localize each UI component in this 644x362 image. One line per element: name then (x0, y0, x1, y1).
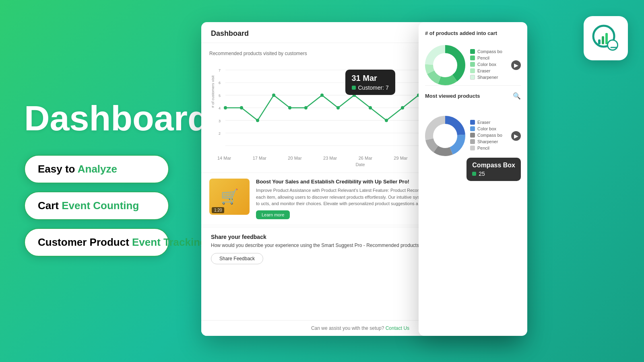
search-icon[interactable]: 🔍 (513, 92, 521, 100)
tooltip-customer: Customer: 7 (352, 84, 389, 91)
tooltip-date: 31 Mar (352, 74, 389, 83)
most-viewed-header: Most viewed products 🔍 (425, 92, 521, 100)
share-feedback-button[interactable]: Share Feedback (211, 253, 263, 264)
app-icon (584, 16, 628, 60)
svg-point-21 (336, 106, 340, 109)
svg-point-47 (608, 41, 617, 49)
promo-cart-icon: 🛒 (221, 188, 239, 205)
promo-play-badge: 1:20 (212, 207, 224, 213)
compass-dot (472, 172, 476, 176)
svg-rect-45 (605, 33, 608, 44)
most-viewed-pie-container: Eraser Color box Compass bo Sharpener Pe… (425, 112, 521, 160)
svg-point-24 (385, 119, 388, 122)
xaxis-label-6: 29 Mar (394, 156, 407, 160)
most-viewed-legend: Eraser Color box Compass bo Sharpener Pe… (470, 120, 502, 152)
chart-tooltip: 31 Mar Customer: 7 (345, 70, 395, 95)
svg-point-25 (401, 106, 404, 109)
tracking-prefix: Customer Product (38, 236, 132, 248)
legend-item-sharpener: Sharpener (470, 75, 502, 80)
most-viewed-title: Most viewed products (425, 93, 480, 99)
legend-item-pencil: Pencil (470, 56, 502, 60)
cart-legend: Compass bo Pencil Color box Eraser Sharp… (470, 49, 502, 81)
svg-text:7: 7 (219, 68, 221, 72)
footer-text: Can we assist you with the setup? (311, 325, 384, 331)
svg-point-18 (288, 106, 291, 109)
mv-legend-colorbox: Color box (470, 126, 502, 131)
compass-tooltip: Compass Box 25 (466, 158, 521, 181)
compass-tooltip-name: Compass Box (472, 162, 515, 169)
right-panel: # of products added into cart Compass bo… (419, 22, 527, 336)
feature-badge-tracking: Customer Product Event Tracking (24, 228, 169, 257)
compass-tooltip-count: 25 (472, 171, 515, 177)
svg-point-16 (256, 119, 259, 122)
dashboard-title: Dashboard (211, 29, 249, 37)
analyze-highlight: Analyze (78, 163, 117, 175)
mv-legend-sharpener: Sharpener (470, 139, 502, 144)
feature-badge-analyze: Easy to Analyze (24, 155, 169, 183)
svg-text:# of customers visit: # of customers visit (211, 75, 215, 108)
cart-pie-next-button[interactable]: ▶ (511, 60, 521, 70)
xaxis-label-2: 17 Mar (253, 156, 266, 160)
xaxis-label-5: 26 Mar (359, 156, 372, 160)
mv-legend-pencil: Pencil (470, 146, 502, 150)
left-panel: Dashboard Easy to Analyze Cart Event Cou… (0, 0, 193, 362)
most-viewed-pie-next-button[interactable]: ▶ (511, 131, 521, 141)
svg-text:2: 2 (219, 132, 221, 136)
tooltip-customer-label: Customer: 7 (358, 84, 389, 91)
xaxis-label-3: 20 Mar (288, 156, 301, 160)
mv-legend-compass: Compass bo (470, 133, 502, 138)
learn-more-button[interactable]: Learn more (256, 210, 290, 219)
svg-text:5: 5 (219, 94, 221, 98)
most-viewed-pie-chart (425, 116, 465, 156)
svg-text:3: 3 (219, 119, 221, 123)
analyze-prefix: Easy to (38, 163, 78, 175)
svg-point-17 (272, 93, 275, 97)
cart-pie-chart (425, 45, 465, 85)
svg-rect-44 (602, 36, 604, 44)
svg-point-23 (369, 106, 372, 109)
legend-item-colorbox: Color box (470, 62, 502, 67)
svg-text:4: 4 (219, 106, 221, 110)
promo-thumbnail: 🛒 1:20 (209, 179, 250, 215)
xaxis-label-4: 23 Mar (323, 156, 337, 160)
feature-badge-cart: Cart Event Counting (24, 191, 169, 220)
legend-item-eraser: Eraser (470, 68, 502, 73)
cart-highlight: Event Counting (62, 200, 139, 212)
chart-label-text: Recommended products visited by customer… (209, 51, 307, 56)
svg-point-19 (304, 106, 308, 109)
compass-count: 25 (479, 171, 485, 177)
mv-legend-eraser: Eraser (470, 120, 502, 125)
tracking-highlight: Event Tracking (132, 236, 206, 248)
cart-prefix: Cart (38, 200, 62, 212)
cart-pie-container: Compass bo Pencil Color box Eraser Sharp… (425, 41, 521, 89)
cart-section-title: # of products added into cart (425, 30, 521, 36)
main-title: Dashboard (24, 98, 169, 139)
tooltip-dot (352, 86, 356, 90)
svg-point-14 (224, 106, 227, 109)
svg-point-20 (320, 93, 324, 97)
svg-point-15 (240, 106, 243, 109)
legend-item-compass: Compass bo (470, 49, 502, 54)
xaxis-label-1: 14 Mar (217, 156, 231, 160)
svg-rect-43 (598, 39, 601, 44)
svg-text:6: 6 (219, 81, 221, 85)
contact-us-link[interactable]: Contact Us (386, 325, 409, 331)
app-icon-svg (592, 24, 620, 52)
